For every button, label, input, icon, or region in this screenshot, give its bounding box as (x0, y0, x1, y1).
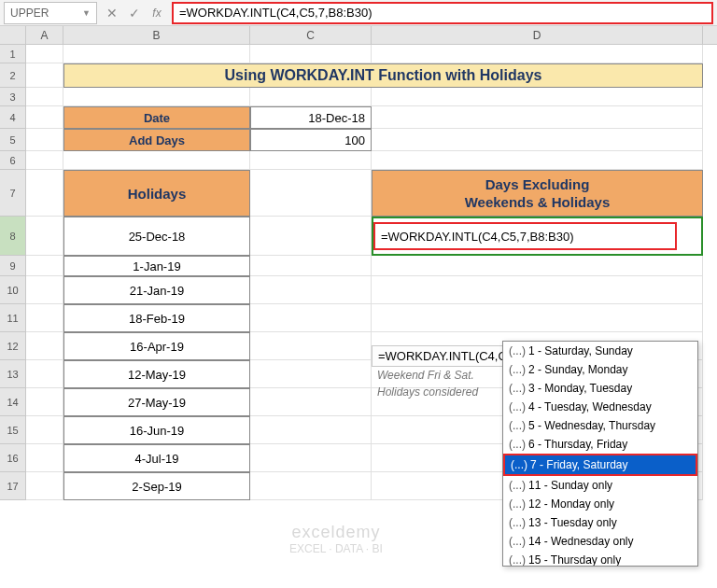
column-headers: A B C D (0, 26, 717, 45)
weekend-option-1[interactable]: (...) 1 - Saturday, Sunday (503, 342, 697, 360)
hint-note: Holidays considered (372, 384, 521, 400)
chevron-down-icon[interactable]: ▼ (82, 8, 91, 18)
col-header-c[interactable]: C (250, 26, 372, 44)
date-value[interactable]: 18-Dec-18 (250, 106, 372, 129)
holidays-header[interactable]: Holidays (63, 170, 250, 217)
select-all-corner[interactable] (0, 26, 26, 44)
weekend-option-2[interactable]: (...) 2 - Sunday, Monday (503, 360, 697, 379)
weekend-option-13[interactable]: (...) 13 - Tuesday only (503, 513, 697, 532)
row-header[interactable]: 6 (0, 151, 26, 170)
holiday-cell[interactable]: 2-Sep-19 (63, 472, 250, 500)
formula-bar: UPPER ▼ ✕ ✓ fx =WORKDAY.INTL(C4,C5,7,B8:… (0, 0, 717, 26)
holiday-cell[interactable]: 27-May-19 (63, 388, 250, 416)
weekend-option-3[interactable]: (...) 3 - Monday, Tuesday (503, 379, 697, 398)
weekend-options-dropdown[interactable]: (...) 1 - Saturday, Sunday(...) 2 - Sund… (502, 341, 698, 567)
formula-input[interactable]: =WORKDAY.INTL(C4,C5,7,B8:B30) (172, 2, 713, 24)
active-cell-d8[interactable]: =WORKDAY.INTL(C4,C5,7,B8:B30) (372, 217, 703, 256)
weekend-option-4[interactable]: (...) 4 - Tuesday, Wednesday (503, 398, 697, 416)
holiday-cell[interactable]: 16-Apr-19 (63, 332, 250, 360)
col-header-d[interactable]: D (372, 26, 703, 44)
weekend-option-14[interactable]: (...) 14 - Wednesday only (503, 532, 697, 551)
holiday-cell[interactable]: 12-May-19 (63, 360, 250, 388)
holiday-cell[interactable]: 18-Feb-19 (63, 304, 250, 332)
row-header[interactable]: 3 (0, 88, 26, 106)
accept-icon[interactable]: ✓ (123, 6, 146, 21)
row-header[interactable]: 8 (0, 217, 26, 256)
weekend-option-7[interactable]: (...) 7 - Friday, Saturday (503, 454, 697, 476)
row-header[interactable]: 16 (0, 444, 26, 472)
hint-note: Weekend Fri & Sat. (372, 367, 521, 384)
weekend-option-5[interactable]: (...) 5 - Wednesday, Thursday (503, 416, 697, 435)
row-header[interactable]: 15 (0, 416, 26, 444)
row-header[interactable]: 1 (0, 45, 26, 63)
col-header-a[interactable]: A (26, 26, 63, 44)
add-days-value[interactable]: 100 (250, 129, 372, 151)
row-header[interactable]: 11 (0, 304, 26, 332)
weekend-option-15[interactable]: (...) 15 - Thursday only (503, 551, 697, 566)
row-header[interactable]: 9 (0, 256, 26, 276)
name-box-value: UPPER (10, 7, 49, 20)
weekend-option-6[interactable]: (...) 6 - Thursday, Friday (503, 435, 697, 454)
date-label[interactable]: Date (63, 106, 250, 129)
row-header[interactable]: 13 (0, 360, 26, 388)
row-header[interactable]: 2 (0, 63, 26, 88)
active-cell-formula: =WORKDAY.INTL(C4,C5,7,B8:B30) (373, 222, 677, 250)
cancel-icon[interactable]: ✕ (101, 6, 123, 21)
row-header[interactable]: 17 (0, 472, 26, 500)
add-days-label[interactable]: Add Days (63, 129, 250, 151)
row-header[interactable]: 4 (0, 106, 26, 129)
weekend-option-11[interactable]: (...) 11 - Sunday only (503, 476, 697, 495)
hint-formula: =WORKDAY.INTL(C4,C5, (372, 345, 521, 367)
row-header[interactable]: 7 (0, 170, 26, 217)
fx-icon[interactable]: fx (146, 7, 168, 20)
row-header[interactable]: 12 (0, 332, 26, 360)
holiday-cell[interactable]: 21-Jan-19 (63, 276, 250, 304)
holiday-cell[interactable]: 25-Dec-18 (63, 217, 250, 256)
holiday-cell[interactable]: 1-Jan-19 (63, 256, 250, 276)
tooltip-hint: =WORKDAY.INTL(C4,C5, Weekend Fri & Sat. … (372, 345, 521, 400)
page-title[interactable]: Using WORKDAY.INT Function with Holidays (63, 63, 703, 88)
holiday-cell[interactable]: 4-Jul-19 (63, 444, 250, 472)
row-header[interactable]: 14 (0, 388, 26, 416)
result-header[interactable]: Days Excluding Weekends & Holidays (372, 170, 703, 217)
watermark: exceldemy EXCEL · DATA · BI (289, 523, 383, 555)
holiday-cell[interactable]: 16-Jun-19 (63, 416, 250, 444)
weekend-option-12[interactable]: (...) 12 - Monday only (503, 495, 697, 513)
row-header[interactable]: 5 (0, 129, 26, 151)
col-header-b[interactable]: B (63, 26, 250, 44)
formula-text: =WORKDAY.INTL(C4,C5,7,B8:B30) (179, 6, 373, 20)
name-box[interactable]: UPPER ▼ (4, 2, 97, 24)
row-header[interactable]: 10 (0, 276, 26, 304)
